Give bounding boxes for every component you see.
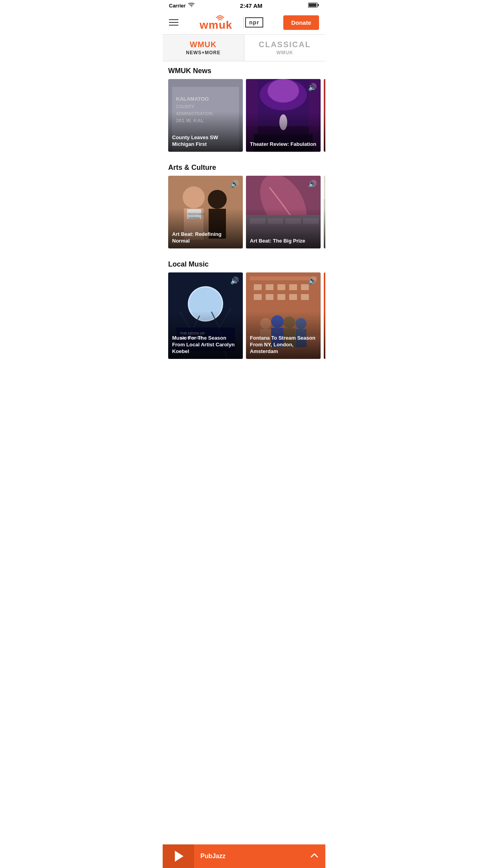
svg-rect-65 — [254, 294, 262, 300]
news-card-2-title: Theater Review: Fabulation — [250, 141, 317, 148]
svg-rect-64 — [301, 284, 309, 290]
local-music-cards: THE MOON OF WINTERTIME 🔊 Music For The S… — [163, 272, 325, 365]
local-music-section: Local Music — [163, 255, 325, 365]
arts-culture-heading: Arts & Culture — [163, 158, 325, 176]
wmuk-tab-label: WMUK — [166, 40, 241, 49]
svg-rect-63 — [289, 284, 297, 290]
main-content: WMUK News KALAMATOO COUNTY ADMINISTRATIO… — [163, 61, 325, 365]
music-card-3-overlay — [324, 311, 325, 359]
wmuk-news-section: WMUK News KALAMATOO COUNTY ADMINISTRATIO… — [163, 61, 325, 158]
svg-rect-60 — [254, 284, 262, 290]
arts-card-1-sound-icon: 🔊 — [230, 180, 239, 188]
wmuk-news-heading: WMUK News — [163, 61, 325, 79]
arts-card-1[interactable]: REDEFINING NORMAL 🔊 Art Beat: Redefining… — [168, 176, 243, 248]
classical-tab-subtitle: WMUK — [248, 50, 323, 55]
svg-text:COUNTY: COUNTY — [176, 104, 194, 109]
arts-culture-cards: REDEFINING NORMAL 🔊 Art Beat: Redefining… — [163, 176, 325, 255]
music-card-2[interactable]: 🔊 Fontana To Stream Season From NY, Lond… — [246, 272, 321, 359]
wmuk-logo: wmuk — [198, 15, 242, 30]
news-card-2-sound-icon: 🔊 — [308, 83, 317, 92]
status-time: 2:47 AM — [240, 2, 262, 9]
svg-rect-66 — [266, 294, 273, 300]
svg-point-24 — [183, 186, 205, 208]
arts-card-3[interactable]: Art Beat: The Star Of The Sycamore — [324, 176, 325, 248]
tab-classical-wmuk[interactable]: CLASSICAL WMUK — [244, 35, 326, 61]
station-tabs: WMUK NEWS+MORE CLASSICAL WMUK — [163, 35, 325, 61]
music-card-2-sound-icon: 🔊 — [308, 276, 317, 285]
news-card-3-overlay — [324, 112, 325, 152]
arts-card-2-title: Art Beat: The Big Prize — [250, 238, 317, 245]
music-card-2-title: Fontana To Stream Season From NY, London… — [250, 335, 317, 355]
svg-rect-68 — [289, 294, 297, 300]
wmuk-news-cards: KALAMATOO COUNTY ADMINISTRATION 201 W. K… — [163, 79, 325, 158]
status-left: Carrier — [169, 3, 194, 9]
arts-card-2[interactable]: 🔊 Art Beat: The Big Prize — [246, 176, 321, 248]
svg-rect-61 — [266, 284, 273, 290]
svg-text:KALAMATOO: KALAMATOO — [176, 96, 209, 102]
music-card-1-title: Music For The Season From Local Artist C… — [172, 335, 239, 355]
wmuk-tab-subtitle: NEWS+MORE — [166, 50, 241, 55]
svg-rect-40 — [324, 176, 325, 199]
wifi-icon — [188, 3, 194, 9]
svg-point-13 — [268, 79, 299, 103]
npr-logo: npr — [245, 17, 263, 28]
carrier-label: Carrier — [169, 3, 186, 9]
arts-culture-section: Arts & Culture REDEFINING NORMAL — [163, 158, 325, 255]
status-bar: Carrier 2:47 AM — [163, 0, 325, 11]
svg-point-26 — [208, 190, 227, 209]
news-card-2[interactable]: 🔊 Theater Review: Fabulation — [246, 79, 321, 152]
svg-rect-2 — [308, 4, 316, 7]
svg-rect-62 — [277, 284, 285, 290]
arts-card-2-sound-icon: 🔊 — [308, 180, 317, 188]
classical-tab-label: CLASSICAL — [248, 40, 323, 49]
arts-card-3-overlay — [324, 208, 325, 248]
music-card-3[interactable]: Astronomy Meets Astrology-Based 'T Plane… — [324, 272, 325, 359]
tab-wmuk-news[interactable]: WMUK NEWS+MORE — [163, 35, 244, 61]
news-card-1-title: County Leaves SW Michigan First — [172, 134, 239, 148]
local-music-heading: Local Music — [163, 255, 325, 272]
svg-rect-59 — [250, 276, 317, 280]
svg-rect-69 — [301, 294, 309, 300]
svg-text:wmuk: wmuk — [199, 19, 232, 30]
svg-rect-1 — [317, 4, 319, 6]
app-header: wmuk npr Donate — [163, 11, 325, 35]
battery-icon — [308, 2, 319, 9]
music-card-1-sound-icon: 🔊 — [230, 276, 239, 285]
menu-button[interactable] — [169, 19, 178, 26]
arts-card-1-title: Art Beat: Redefining Normal — [172, 231, 239, 245]
donate-button[interactable]: Donate — [283, 15, 319, 30]
news-card-1[interactable]: KALAMATOO COUNTY ADMINISTRATION 201 W. K… — [168, 79, 243, 152]
news-card-3[interactable]: Hear The February Conversations — [324, 79, 325, 152]
music-card-1[interactable]: THE MOON OF WINTERTIME 🔊 Music For The S… — [168, 272, 243, 359]
logo-divider — [243, 17, 244, 28]
logo-container: wmuk npr — [198, 15, 263, 30]
svg-rect-67 — [277, 294, 285, 300]
wmuk-logo-svg: wmuk — [198, 15, 242, 30]
